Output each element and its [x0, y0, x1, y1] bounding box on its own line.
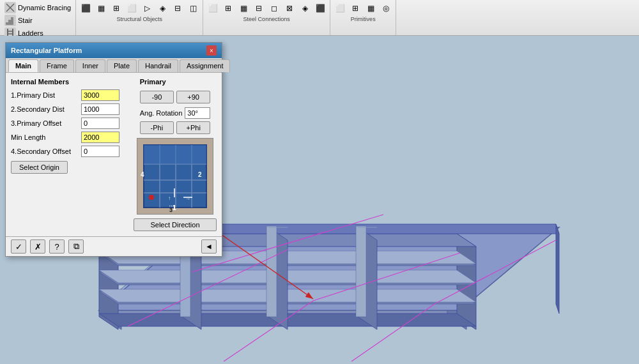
dynamic-bracing-item[interactable]: Dynamic Bracing [3, 1, 73, 14]
field-row-secondary-dist: 2.Secondary Dist [11, 103, 128, 115]
primary-title: Primary [140, 78, 211, 86]
struct-btn-8[interactable]: ◫ [186, 1, 200, 15]
angle-row: Ang. Rotation [140, 107, 211, 119]
primary-offset-label: 3.Primary Offset [11, 119, 81, 127]
field-row-secondary-offset: 4.Secondary Offset [11, 146, 128, 157]
svg-text:→: → [185, 196, 190, 202]
steel-connections-label: Steel Connections [206, 16, 327, 22]
primary-dist-input[interactable] [81, 89, 119, 101]
svg-marker-21 [556, 224, 559, 314]
svg-text:↑: ↑ [168, 195, 171, 201]
steel-btn-1[interactable]: ⬜ [206, 1, 220, 15]
tab-plate[interactable]: Plate [107, 59, 137, 72]
dialog-body: Internal Members 1.Primary Dist 2.Second… [6, 73, 222, 236]
primary-offset-input[interactable] [81, 118, 119, 129]
svg-marker-33 [356, 226, 366, 317]
platform-preview: 2 1 4 1 3 ↑ → ↔ [137, 138, 213, 215]
tab-inner[interactable]: Inner [75, 59, 105, 72]
structural-objects-section: ⬛ ▦ ⊞ ⬜ ▷ ◈ ⊟ ◫ Structural Objects [76, 0, 203, 35]
primary-controls: Primary -90 +90 Ang. Rotation -Phi +Phi [140, 78, 211, 134]
canvas-area: Rectangular Platform × Main Frame Inner … [0, 36, 639, 364]
copy-button[interactable]: ⧉ [68, 239, 84, 254]
steel-btn-2[interactable]: ⊞ [221, 1, 235, 15]
struct-btn-1[interactable]: ⬛ [79, 1, 93, 15]
secondary-dist-label: 2.Secondary Dist [11, 105, 81, 113]
btn-neg90[interactable]: -90 [140, 91, 174, 103]
svg-rect-2 [6, 22, 8, 25]
secondary-offset-label: 4.Secondary Offset [11, 148, 81, 155]
prim-btn-4[interactable]: ◎ [379, 1, 393, 15]
steel-btn-3[interactable]: ▦ [236, 1, 250, 15]
confirm-icon: ✓ [15, 242, 22, 252]
phi-buttons-row: -Phi +Phi [140, 121, 211, 134]
field-row-min-length: Min Length [11, 132, 128, 143]
tab-main[interactable]: Main [8, 59, 38, 72]
btn-pos-phi[interactable]: +Phi [176, 121, 210, 134]
steel-btn-5[interactable]: ◻ [267, 1, 281, 15]
primary-dist-label: 1.Primary Dist [11, 91, 81, 99]
select-origin-button[interactable]: Select Origin [11, 161, 68, 174]
tab-frame[interactable]: Frame [40, 59, 74, 72]
stair-icon [4, 15, 16, 26]
angle-input[interactable] [185, 107, 210, 119]
structural-objects-label: Structural Objects [79, 16, 200, 22]
select-direction-button[interactable]: Select Direction [134, 218, 217, 231]
prim-btn-1[interactable]: ⬜ [333, 1, 347, 15]
right-panel: Primary -90 +90 Ang. Rotation -Phi +Phi [134, 78, 217, 231]
tab-assignment[interactable]: Assignment [180, 59, 230, 72]
steel-btn-8[interactable]: ⬛ [313, 1, 327, 15]
help-button[interactable]: ? [49, 239, 65, 254]
struct-btn-5[interactable]: ▷ [140, 1, 154, 15]
svg-text:2: 2 [198, 171, 202, 178]
min-length-label: Min Length [11, 133, 81, 141]
back-arrow-icon: ◄ [205, 242, 213, 251]
primitives-label: Primitives [333, 16, 393, 22]
toolbar: Dynamic Bracing Stair [0, 0, 639, 36]
btn-pos90[interactable]: +90 [176, 91, 210, 103]
help-icon: ? [54, 242, 59, 252]
struct-btn-3[interactable]: ⊞ [109, 1, 123, 15]
steel-connections-section: ⬜ ⊞ ▦ ⊟ ◻ ⊠ ◈ ⬛ Steel Connections [203, 0, 330, 35]
dialog-title: Rectangular Platform [11, 47, 82, 54]
secondary-offset-input[interactable] [81, 146, 119, 157]
bottom-buttons: Select Origin [11, 161, 128, 174]
primitives-section: ⬜ ⊞ ▦ ◎ Primitives [330, 0, 396, 35]
tab-handrail[interactable]: Handrail [138, 59, 178, 72]
struct-btn-2[interactable]: ▦ [94, 1, 108, 15]
prim-btn-3[interactable]: ▦ [364, 1, 378, 15]
internal-members-title: Internal Members [11, 78, 128, 86]
secondary-dist-input[interactable] [81, 103, 119, 115]
svg-marker-20 [192, 224, 559, 234]
min-length-input[interactable] [81, 132, 119, 143]
toolbar-left-section: Dynamic Bracing Stair [0, 0, 76, 35]
svg-rect-4 [11, 17, 13, 25]
preview-svg: 2 1 4 1 3 ↑ → ↔ [137, 139, 213, 214]
dialog-close-button[interactable]: × [206, 45, 217, 56]
rotation-buttons-row: -90 +90 [140, 91, 211, 103]
back-button[interactable]: ◄ [201, 239, 217, 254]
cancel-button[interactable]: ✗ [30, 239, 45, 254]
stair-label: Stair [18, 17, 33, 24]
btn-neg-phi[interactable]: -Phi [140, 121, 174, 134]
svg-rect-3 [8, 20, 11, 25]
angle-label: Ang. Rotation [140, 109, 183, 117]
struct-btn-6[interactable]: ◈ [155, 1, 169, 15]
stair-item[interactable]: Stair [3, 14, 35, 27]
confirm-button[interactable]: ✓ [11, 239, 26, 254]
steel-btn-7[interactable]: ◈ [298, 1, 312, 15]
copy-icon: ⧉ [73, 241, 79, 252]
cancel-icon: ✗ [35, 242, 42, 252]
struct-btn-4[interactable]: ⬜ [125, 1, 139, 15]
steel-btn-6[interactable]: ⊠ [282, 1, 296, 15]
svg-text:4: 4 [141, 171, 144, 178]
svg-point-61 [149, 195, 154, 200]
field-row-primary-dist: 1.Primary Dist [11, 89, 128, 101]
dialog: Rectangular Platform × Main Frame Inner … [5, 42, 222, 257]
struct-btn-7[interactable]: ⊟ [171, 1, 185, 15]
dialog-titlebar[interactable]: Rectangular Platform × [6, 43, 222, 58]
steel-btn-4[interactable]: ⊟ [252, 1, 266, 15]
prim-btn-2[interactable]: ⊞ [348, 1, 362, 15]
dialog-tabs: Main Frame Inner Plate Handrail Assignme… [6, 58, 222, 73]
dialog-footer: ✓ ✗ ? ⧉ ◄ [6, 236, 222, 256]
svg-text:↔: ↔ [168, 203, 173, 209]
